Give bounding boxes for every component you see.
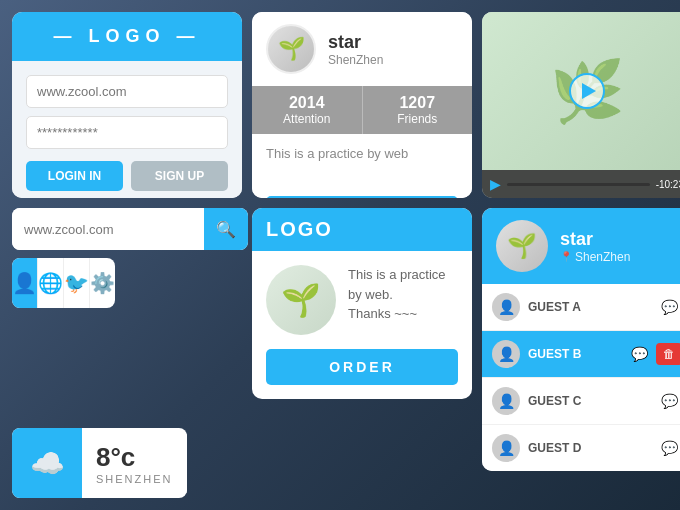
logo-plant-header: LOGO	[252, 208, 472, 251]
guest-c-avatar: 👤	[492, 387, 520, 415]
user-avatar-large: 🌱	[496, 220, 548, 272]
logo-plant-thanks-text: Thanks ~~~	[348, 304, 458, 324]
weather-city: SHENZHEN	[96, 473, 173, 485]
login-card: — LOGO — LOGIN IN SIGN UP	[12, 12, 242, 198]
attention-stat: 2014 Attention	[252, 86, 363, 134]
logo-plant-label: LOGO	[266, 218, 333, 240]
logo-plant-text: This is a practice by web. Thanks ~~~	[348, 265, 458, 324]
practice-text: This is a practice by web	[266, 146, 458, 186]
guest-b-message-button[interactable]: 💬	[627, 344, 652, 364]
guest-d-avatar: 👤	[492, 434, 520, 462]
nav-settings-icon[interactable]: ⚙️	[90, 258, 115, 308]
guest-d-message-button[interactable]: 💬	[657, 438, 680, 458]
guest-a-name: GUEST A	[528, 300, 657, 314]
user-list-header: 🌱 star 📍 ShenZhen	[482, 208, 680, 284]
logo-plant-card: LOGO 🌱 This is a practice by web. Thanks…	[252, 208, 472, 399]
profile-city: ShenZhen	[328, 53, 383, 67]
twitter-login-button[interactable]: 🐦 LOGIN IN	[266, 196, 458, 198]
weather-temp: 8°c	[96, 442, 173, 473]
user-list-body: 👤 GUEST A 💬 👤 GUEST B 💬 🗑 👤 GUEST C 💬 👤 …	[482, 284, 680, 471]
guest-a-message-button[interactable]: 💬	[657, 297, 680, 317]
nav-twitter-icon[interactable]: 🐦	[64, 258, 90, 308]
plant-avatar-icon: 🌱	[278, 36, 305, 62]
icon-nav-card: 👤 🌐 🐦 ⚙️	[12, 258, 115, 308]
list-item: 👤 GUEST A 💬	[482, 284, 680, 331]
plant-icon: 🌱	[281, 281, 321, 319]
left-column: 🔍 👤 🌐 🐦 ⚙️ ☁️ 8°c	[12, 208, 242, 498]
plant-image: 🌱	[266, 265, 336, 335]
globe-icon: 🌐	[38, 271, 63, 295]
login-logo-label: — LOGO —	[54, 26, 201, 46]
profile-card: 🌱 star ShenZhen 2014 Attention 1207 Frie…	[252, 12, 472, 198]
search-icon: 🔍	[216, 220, 236, 239]
time-display: -10:23	[656, 179, 680, 190]
gear-icon: ⚙️	[90, 271, 115, 295]
avatar: 🌱	[266, 24, 316, 74]
pin-icon: 📍	[560, 251, 572, 262]
user-icon: 👤	[12, 271, 37, 295]
login-form: LOGIN IN SIGN UP	[12, 61, 242, 198]
list-item: 👤 GUEST D 💬	[482, 425, 680, 471]
temp-unit: °c	[110, 442, 135, 472]
search-input[interactable]	[12, 208, 204, 250]
logo-plant-body: 🌱 This is a practice by web. Thanks ~~~	[252, 251, 472, 349]
logo-plant-body-text: This is a practice by web.	[348, 265, 458, 304]
profile-body: This is a practice by web 🐦 LOGIN IN	[252, 134, 472, 198]
temp-value: 8	[96, 442, 110, 472]
play-small-icon[interactable]: ▶	[490, 176, 501, 192]
video-preview: 🌿	[482, 12, 680, 170]
user-list-card: 🌱 star 📍 ShenZhen 👤 GUEST A 💬 👤 GUEST B …	[482, 208, 680, 471]
guest-b-delete-button[interactable]: 🗑	[656, 343, 680, 365]
guest-d-name: GUEST D	[528, 441, 657, 455]
plant-avatar-lg-icon: 🌱	[507, 232, 537, 260]
search-button[interactable]: 🔍	[204, 208, 248, 250]
attention-count: 2014	[256, 94, 358, 112]
login-logo-header: — LOGO —	[12, 12, 242, 61]
user-city-large: 📍 ShenZhen	[560, 250, 630, 264]
attention-label: Attention	[283, 112, 330, 126]
guest-a-avatar: 👤	[492, 293, 520, 321]
friends-count: 1207	[367, 94, 469, 112]
login-btn-row: LOGIN IN SIGN UP	[26, 161, 228, 191]
progress-bar[interactable]	[507, 183, 650, 186]
weather-icon-area: ☁️	[12, 428, 82, 498]
url-input[interactable]	[26, 75, 228, 108]
friends-label: Friends	[397, 112, 437, 126]
signup-button[interactable]: SIGN UP	[131, 161, 228, 191]
list-item: 👤 GUEST B 💬 🗑	[482, 331, 680, 378]
play-triangle-icon	[582, 83, 596, 99]
guest-b-avatar: 👤	[492, 340, 520, 368]
friends-stat: 1207 Friends	[363, 86, 473, 134]
profile-username: star	[328, 32, 383, 53]
nav-globe-icon[interactable]: 🌐	[38, 258, 64, 308]
user-city-text: ShenZhen	[575, 250, 630, 264]
list-item: 👤 GUEST C 💬	[482, 378, 680, 425]
user-info: star 📍 ShenZhen	[560, 229, 630, 264]
search-card: 🔍	[12, 208, 248, 250]
weather-info: 8°c SHENZHEN	[82, 434, 187, 493]
guest-c-name: GUEST C	[528, 394, 657, 408]
profile-top: 🌱 star ShenZhen	[252, 12, 472, 86]
video-controls: ▶ -10:23	[482, 170, 680, 198]
video-card: 🌿 ▶ -10:23	[482, 12, 680, 198]
guest-b-name: GUEST B	[528, 347, 627, 361]
weather-card: ☁️ 8°c SHENZHEN	[12, 428, 187, 498]
password-input[interactable]	[26, 116, 228, 149]
login-button[interactable]: LOGIN IN	[26, 161, 123, 191]
play-button[interactable]	[569, 73, 605, 109]
user-name-large: star	[560, 229, 630, 250]
order-button[interactable]: ORDER	[266, 349, 458, 385]
nav-user-icon[interactable]: 👤	[12, 258, 38, 308]
profile-stats: 2014 Attention 1207 Friends	[252, 86, 472, 134]
twitter-nav-icon: 🐦	[64, 271, 89, 295]
guest-c-message-button[interactable]: 💬	[657, 391, 680, 411]
cloud-icon: ☁️	[30, 447, 65, 480]
profile-info: star ShenZhen	[328, 32, 383, 67]
